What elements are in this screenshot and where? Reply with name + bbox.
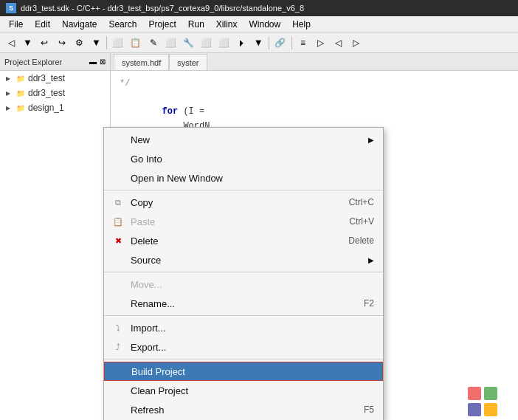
menu-project[interactable]: Project [142, 18, 182, 31]
watermark [453, 388, 512, 414]
ctx-new-label: New [131, 134, 150, 145]
svg-rect-3 [484, 403, 497, 416]
ctx-clean-project[interactable]: Clean Project [104, 381, 383, 400]
ctx-export[interactable]: ⤴ Export... [104, 337, 383, 357]
ctx-source-arrow: ▶ [368, 256, 374, 264]
tree-label-2: ddr3_test [28, 88, 65, 98]
export-icon: ⤴ [111, 340, 125, 354]
toolbar-sep-1 [106, 36, 107, 49]
ctx-build-project-label: Build Project [131, 366, 185, 377]
code-line-2 [120, 91, 509, 105]
toolbar-btn-9[interactable]: 🔧 [181, 35, 197, 51]
menu-edit[interactable]: Edit [29, 18, 56, 31]
toolbar-btn-16[interactable]: ◁ [331, 35, 347, 51]
ctx-go-into[interactable]: Go Into [104, 149, 383, 168]
project-icon-1: 📁 [15, 73, 26, 83]
ctx-build-project[interactable]: Build Project [104, 362, 383, 381]
toolbar-btn-4[interactable]: ⚙ [72, 35, 88, 51]
project-icon-3: 📁 [15, 103, 26, 113]
panel-minimize[interactable]: ▬ [89, 58, 97, 66]
ctx-paste: 📋 Paste Ctrl+V [104, 212, 383, 231]
title-bar: S ddr3_test.sdk - C/C++ - ddr3_test_bsp/… [0, 0, 518, 16]
toolbar-btn-7[interactable]: ✎ [145, 35, 162, 51]
import-icon: ⤵ [111, 321, 125, 334]
toolbar-btn-10[interactable]: ⬜ [198, 35, 215, 51]
toolbar-btn-2[interactable]: ↩ [36, 35, 52, 51]
ctx-source-label: Source [131, 255, 161, 266]
tab-syster[interactable]: syster [169, 54, 207, 70]
toolbar-btn-12[interactable]: ⏵ [234, 35, 250, 51]
code-line-1: */ [120, 77, 509, 91]
tree-arrow-2: ▶ [6, 90, 13, 97]
menu-navigate[interactable]: Navigate [56, 18, 103, 31]
toolbar-dropdown-3[interactable]: ▼ [252, 35, 266, 51]
ctx-delete-label: Delete [131, 235, 159, 247]
ctx-copy-shortcut: Ctrl+C [349, 197, 374, 207]
project-icon-2: 📁 [15, 88, 26, 98]
ctx-sep-4 [104, 359, 383, 359]
tree-arrow-3: ▶ [6, 105, 13, 111]
tree-item-design-1[interactable]: ▶ 📁 design_1 [0, 100, 110, 115]
tab-system-hdf[interactable]: system.hdf [114, 54, 169, 70]
ctx-rename-shortcut: F2 [364, 298, 374, 309]
copy-icon: ⧉ [111, 196, 125, 209]
ctx-new-arrow: ▶ [368, 136, 374, 144]
toolbar-btn-1[interactable]: ◁ [3, 35, 19, 51]
tree-item-ddr3-test-1[interactable]: ▶ 📁 ddr3_test [0, 71, 110, 86]
ctx-rename[interactable]: Rename... F2 [104, 294, 383, 313]
ctx-paste-shortcut: Ctrl+V [349, 216, 374, 227]
context-menu: New ▶ Go Into Open in New Window ⧉ Copy … [103, 127, 384, 420]
tree-item-ddr3-test-2[interactable]: ▶ 📁 ddr3_test [0, 86, 110, 100]
app-icon: S [6, 3, 16, 13]
project-explorer: Project Explorer ▬ ⊠ ▶ 📁 ddr3_test ▶ 📁 d… [0, 53, 111, 420]
toolbar-btn-6[interactable]: 📋 [128, 35, 144, 51]
toolbar-btn-8[interactable]: ⬜ [163, 35, 179, 51]
ctx-import[interactable]: ⤵ Import... [104, 318, 383, 337]
svg-rect-0 [468, 387, 481, 400]
toolbar: ◁ ▼ ↩ ↪ ⚙ ▼ ⬜ 📋 ✎ ⬜ 🔧 ⬜ ⬜ ⏵ ▼ 🔗 ≡ ▷ ◁ ▷ [0, 32, 518, 53]
toolbar-btn-11[interactable]: ⬜ [216, 35, 232, 51]
panel-header: Project Explorer ▬ ⊠ [0, 53, 110, 71]
toolbar-btn-15[interactable]: ▷ [313, 35, 329, 51]
ctx-go-into-label: Go Into [131, 154, 162, 165]
ctx-refresh[interactable]: Refresh F5 [104, 400, 383, 419]
panel-title: Project Explorer [4, 58, 86, 66]
watermark-icon [468, 387, 497, 416]
panel-close[interactable]: ⊠ [100, 58, 106, 66]
tree-label-3: design_1 [28, 103, 64, 113]
ctx-copy-label: Copy [131, 197, 153, 208]
paste-icon: 📋 [111, 215, 125, 228]
ctx-sep-1 [104, 190, 383, 190]
ctx-new[interactable]: New ▶ [104, 130, 383, 149]
menu-xilinx[interactable]: Xilinx [210, 18, 244, 31]
toolbar-btn-13[interactable]: 🔗 [272, 35, 289, 51]
ctx-rename-label: Rename... [131, 298, 175, 309]
toolbar-btn-14[interactable]: ≡ [295, 35, 311, 51]
menu-help[interactable]: Help [286, 18, 317, 31]
ctx-sep-3 [104, 315, 383, 316]
ctx-export-label: Export... [131, 342, 166, 353]
toolbar-dropdown-1[interactable]: ▼ [21, 35, 35, 51]
toolbar-btn-5[interactable]: ⬜ [110, 35, 126, 51]
toolbar-sep-2 [269, 36, 269, 49]
ctx-open-new-window[interactable]: Open in New Window [104, 168, 383, 187]
ctx-import-label: Import... [131, 323, 166, 334]
code-line-3: for (I = [120, 105, 509, 119]
ctx-source[interactable]: Source ▶ [104, 250, 383, 269]
menu-file[interactable]: File [3, 18, 29, 31]
toolbar-dropdown-2[interactable]: ▼ [89, 35, 103, 51]
ctx-copy[interactable]: ⧉ Copy Ctrl+C [104, 193, 383, 212]
toolbar-btn-17[interactable]: ▷ [348, 35, 365, 51]
ctx-open-new-window-label: Open in New Window [131, 173, 223, 184]
ctx-paste-label: Paste [131, 216, 155, 227]
menu-search[interactable]: Search [103, 18, 142, 31]
menu-window[interactable]: Window [244, 18, 287, 31]
main-layout: Project Explorer ▬ ⊠ ▶ 📁 ddr3_test ▶ 📁 d… [0, 53, 518, 420]
ctx-refresh-label: Refresh [131, 404, 165, 416]
menu-run[interactable]: Run [182, 18, 210, 31]
svg-rect-1 [484, 387, 497, 400]
title-text: ddr3_test.sdk - C/C++ - ddr3_test_bsp/ps… [21, 4, 304, 13]
toolbar-btn-3[interactable]: ↪ [54, 35, 70, 51]
ctx-move-label: Move... [131, 279, 162, 290]
ctx-delete[interactable]: ✖ Delete Delete [104, 231, 383, 250]
